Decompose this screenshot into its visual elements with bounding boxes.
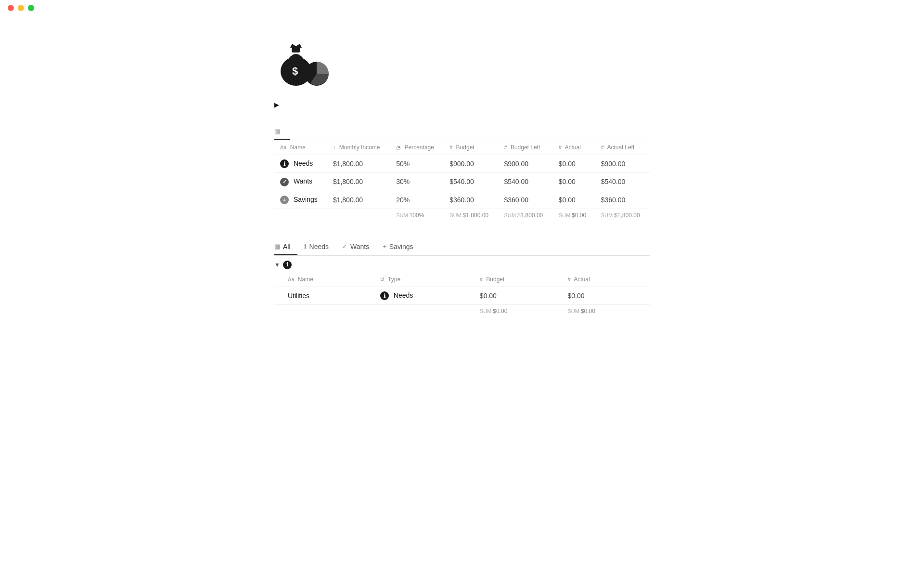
row-actual-left: $360.00: [595, 191, 650, 209]
summary-table-header: Aa Name ↑ Monthly Income ◔ Percentage # …: [274, 140, 650, 155]
sub-col-type: ↺ Type: [374, 272, 474, 287]
tab-icon: ✓: [342, 243, 347, 250]
row-budget: $360.00: [444, 191, 498, 209]
tab-label: Wants: [350, 243, 369, 250]
row-name[interactable]: Savings: [294, 196, 318, 203]
needs-group-header: ▼ ℹ: [274, 256, 650, 272]
sub-row-actual: $0.00: [562, 287, 650, 304]
summary-row: + Savings $1,800.00 20% $360.00 $360.00 …: [274, 191, 650, 209]
row-actual: $0.00: [553, 173, 595, 191]
sub-sum-actual: SUM$0.00: [562, 305, 650, 318]
sub-sum-empty2: [374, 305, 474, 318]
row-actual-left: $900.00: [595, 155, 650, 173]
tab-icon: +: [383, 243, 386, 250]
cat-tab-all[interactable]: ▦All: [274, 239, 297, 255]
row-budget: $540.00: [444, 173, 498, 191]
summary-table: Aa Name ↑ Monthly Income ◔ Percentage # …: [274, 140, 650, 222]
summary-section: ▦ Aa Name ↑ Monthly Income ◔ Percentage …: [274, 124, 650, 222]
row-name-cell: + Savings: [274, 191, 327, 209]
tab-table[interactable]: ▦: [274, 124, 290, 140]
row-monthly-income: $1,800.00: [327, 191, 390, 209]
col-actual-left: # Actual Left: [595, 140, 650, 155]
sub-col-budget: # Budget: [474, 272, 562, 287]
sum-actual-left: SUM$1,800.00: [595, 209, 650, 222]
summary-sum-row: SUM100% SUM$1,800.00 SUM$1,800.00 SUM$0.…: [274, 209, 650, 222]
row-percentage: 20%: [390, 191, 444, 209]
row-icon: ℹ: [280, 159, 289, 168]
needs-group-icon: ℹ: [283, 261, 292, 269]
sub-row-name[interactable]: Utilities: [274, 287, 374, 304]
row-name-cell: ℹ Needs: [274, 155, 327, 173]
categories-tab-bar: ▦AllℹNeeds✓Wants+Savings: [274, 239, 650, 256]
row-name[interactable]: Wants: [294, 177, 312, 185]
group-arrow-icon: ▼: [274, 262, 280, 268]
tab-label: Needs: [309, 243, 329, 250]
sub-sum-row: SUM$0.00 SUM$0.00: [274, 305, 650, 318]
sub-col-name: Aa Name: [274, 272, 374, 287]
sum-actual: SUM$0.00: [553, 209, 595, 222]
col-monthly-income: ↑ Monthly Income: [327, 140, 390, 155]
sub-sum-budget: SUM$0.00: [474, 305, 562, 318]
sub-row-type: ℹ Needs: [374, 287, 474, 304]
sum-budget: SUM$1,800.00: [444, 209, 498, 222]
tab-icon: ℹ: [304, 243, 307, 250]
tab-label: All: [283, 243, 291, 250]
row-budget-left: $360.00: [498, 191, 552, 209]
row-name[interactable]: Needs: [294, 159, 313, 167]
table-icon: ▦: [274, 128, 280, 135]
row-monthly-income: $1,800.00: [327, 173, 390, 191]
minimize-button[interactable]: [18, 5, 24, 11]
row-percentage: 30%: [390, 173, 444, 191]
col-budget-left: # Budget Left: [498, 140, 552, 155]
row-icon: ✓: [280, 178, 289, 186]
sum-percentage: SUM100%: [390, 209, 444, 222]
sub-table-row: Utilities ℹ Needs $0.00 $0.00: [274, 287, 650, 304]
row-actual: $0.00: [553, 191, 595, 209]
col-budget: # Budget: [444, 140, 498, 155]
svg-rect-1: [292, 48, 300, 53]
needs-sub-table: Aa Name ↺ Type # Budget # Actual Utiliti…: [274, 272, 650, 317]
categories-section: ▦AllℹNeeds✓Wants+Savings ▼ ℹ Aa Name ↺ T…: [274, 239, 650, 317]
tab-icon: ▦: [274, 243, 280, 250]
sub-sum-empty: [274, 305, 374, 318]
toggle-arrow-icon: ▶: [274, 101, 279, 108]
tab-label: Savings: [389, 243, 413, 250]
maximize-button[interactable]: [28, 5, 34, 11]
row-actual: $0.00: [553, 155, 595, 173]
row-monthly-income: $1,800.00: [327, 155, 390, 173]
summary-tab-bar: ▦: [274, 124, 650, 140]
main-content: $ ▶ ▦ Aa Name ↑ Monthly Income: [245, 16, 679, 350]
sub-col-actual: # Actual: [562, 272, 650, 287]
row-actual-left: $540.00: [595, 173, 650, 191]
row-budget-left: $540.00: [498, 173, 552, 191]
close-button[interactable]: [8, 5, 14, 11]
sum-empty2: [327, 209, 390, 222]
row-budget: $900.00: [444, 155, 498, 173]
sub-table-header: Aa Name ↺ Type # Budget # Actual: [274, 272, 650, 287]
col-percentage: ◔ Percentage: [390, 140, 444, 155]
sub-row-type-icon: ℹ: [380, 291, 389, 300]
sum-empty: [274, 209, 327, 222]
start-here-toggle[interactable]: ▶: [274, 101, 650, 108]
cat-tab-needs[interactable]: ℹNeeds: [304, 239, 335, 255]
col-actual: # Actual: [553, 140, 595, 155]
page-icon: $: [274, 35, 650, 90]
title-bar: [0, 0, 924, 16]
row-icon: +: [280, 196, 289, 204]
summary-row: ℹ Needs $1,800.00 50% $900.00 $900.00 $0…: [274, 155, 650, 173]
svg-text:$: $: [292, 65, 298, 77]
sub-row-type-label: Needs: [394, 291, 413, 299]
cat-tab-savings[interactable]: +Savings: [383, 239, 420, 255]
sub-row-budget: $0.00: [474, 287, 562, 304]
sum-budget-left: SUM$1,800.00: [498, 209, 552, 222]
row-name-cell: ✓ Wants: [274, 173, 327, 191]
row-budget-left: $900.00: [498, 155, 552, 173]
row-percentage: 50%: [390, 155, 444, 173]
col-name: Aa Name: [274, 140, 327, 155]
summary-row: ✓ Wants $1,800.00 30% $540.00 $540.00 $0…: [274, 173, 650, 191]
cat-tab-wants[interactable]: ✓Wants: [342, 239, 376, 255]
